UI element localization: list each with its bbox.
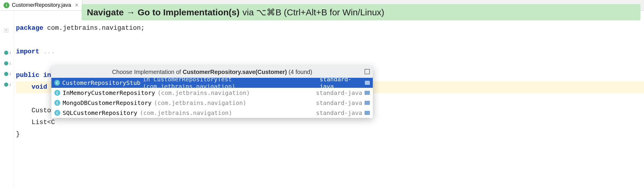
implementations-marker-icon[interactable] [3,81,9,88]
class-icon: C [54,80,60,86]
popup-title: Choose Implementation of CustomerReposit… [51,66,373,78]
popup-title-suffix: (4 found) [287,69,312,75]
keyword: import [16,48,39,55]
implementation-name: SQLCustomerRepository [63,109,137,116]
module-name: standard-java [316,109,362,116]
implementation-name: MongoDBCustomerRepository [63,99,152,106]
popup-title-prefix: Choose Implementation of [112,69,183,75]
gutter: + [0,11,14,188]
module-name: standard-java [320,76,363,90]
interface-icon: I [4,2,9,8]
module-name: standard-java [316,89,362,96]
class-icon: C [54,100,60,106]
implementations-marker-icon[interactable] [3,60,9,67]
implementation-location: (com.jetbrains.navigation) [157,89,250,96]
implementation-item[interactable]: CCustomerRepositoryStub in CustomerRepos… [51,78,373,88]
implementation-location: (com.jetbrains.navigation) [154,99,246,106]
code-text: } [16,131,20,138]
class-icon: C [54,110,60,116]
pin-icon[interactable] [365,69,370,74]
tip-shortcut: via ⌥⌘B (Ctrl+Alt+B for Win/Linux) [243,7,384,17]
implementations-marker-icon[interactable] [3,50,9,56]
folder-icon [365,101,370,105]
implementation-item[interactable]: CInMemoryCustomerRepository (com.jetbrai… [51,88,373,98]
code-text: Custom [16,107,55,114]
implementation-item[interactable]: CSQLCustomerRepository (com.jetbrains.na… [51,108,373,118]
popup-title-method: CustomerRepository.save(Customer) [183,69,287,75]
choose-implementation-popup: Choose Implementation of CustomerReposit… [51,66,373,118]
tip-action: Navigate → Go to Implementation(s) [87,7,240,17]
keyword: void [32,83,47,91]
class-icon: C [54,90,60,96]
code-text: com.jetbrains.navigation; [43,24,144,32]
editor-tab[interactable]: I CustomerRepository.java ✕ [0,0,82,10]
module-name: standard-java [316,99,362,106]
close-icon[interactable]: ✕ [75,2,79,8]
folder-icon [365,91,370,95]
keyword: public [16,72,39,79]
folder-icon [365,81,370,85]
code-text: List<C [16,119,55,126]
implementations-marker-icon[interactable] [3,71,9,77]
tab-filename: CustomerRepository.java [12,2,71,8]
fold-icon[interactable]: + [3,27,9,34]
folder-icon [365,111,370,115]
implementation-location: in CustomerRepositoryTest (com.jetbrains… [143,76,315,90]
implementation-name: CustomerRepositoryStub [62,79,141,86]
keyword: package [16,24,43,32]
implementation-location: (com.jetbrains.navigation) [140,109,232,116]
tip-banner: Navigate → Go to Implementation(s) via ⌥… [82,4,640,20]
implementation-name: InMemoryCustomerRepository [63,89,155,96]
folded-text[interactable]: ... [39,48,55,55]
implementation-item[interactable]: CMongoDBCustomerRepository (com.jetbrain… [51,98,373,108]
